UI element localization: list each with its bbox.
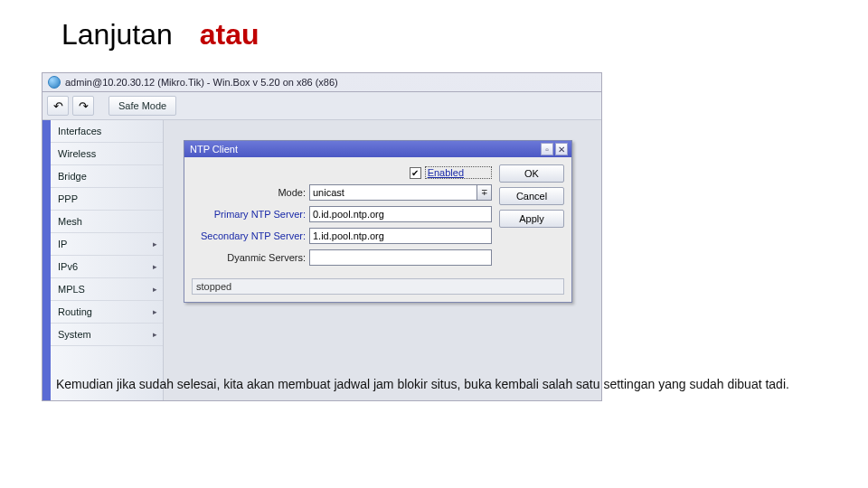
sidebar-item-label: PPP — [58, 193, 78, 204]
sidebar-item-mpls[interactable]: MPLS▸ — [51, 278, 163, 301]
slide-title: Lanjutan — [61, 18, 173, 52]
slide-header: Lanjutan atau — [0, 0, 868, 61]
redo-button[interactable]: ↷ — [72, 96, 94, 116]
undo-button[interactable]: ↶ — [47, 96, 69, 116]
winbox-window: admin@10.20.30.12 (Mikro.Tik) - Win.Box … — [42, 72, 602, 401]
enabled-row: ✔ Enabled — [192, 164, 492, 184]
submenu-icon: ▸ — [153, 307, 157, 316]
toolbar: ↶ ↷ Safe Mode — [42, 92, 601, 120]
sidebar: Interfaces Wireless Bridge PPP Mesh IP▸ … — [42, 120, 164, 400]
sidebar-item-system[interactable]: System▸ — [51, 324, 163, 346]
globe-icon — [48, 76, 61, 89]
submenu-icon: ▸ — [153, 239, 157, 249]
apply-button[interactable]: Apply — [499, 210, 564, 228]
close-icon[interactable]: ✕ — [555, 143, 568, 155]
sidebar-item-label: Bridge — [58, 171, 87, 182]
cancel-button[interactable]: Cancel — [499, 187, 564, 205]
footer-text: Kemudian jika sudah selesai, kita akan m… — [56, 376, 807, 393]
dynamic-servers-input[interactable] — [309, 249, 492, 266]
sidebar-item-label: Routing — [58, 306, 92, 317]
submenu-icon: ▸ — [153, 285, 157, 294]
dialog-title: NTP Client — [190, 144, 238, 155]
sidebar-item-ppp[interactable]: PPP — [51, 188, 163, 211]
sidebar-item-label: System — [58, 329, 91, 340]
submenu-icon: ▸ — [153, 330, 157, 339]
sidebar-item-ip[interactable]: IP▸ — [51, 233, 163, 256]
secondary-ntp-input[interactable] — [309, 228, 492, 244]
content-area: NTP Client ▫ ✕ ✔ Enabled Mode: — [164, 120, 601, 400]
secondary-ntp-label: Secondary NTP Server: — [192, 230, 309, 241]
sidebar-item-label: MPLS — [58, 284, 85, 295]
mode-select[interactable] — [309, 184, 477, 201]
sidebar-item-mesh[interactable]: Mesh — [51, 211, 163, 233]
primary-ntp-label: Primary NTP Server: — [192, 209, 309, 220]
sidebar-item-interfaces[interactable]: Interfaces — [51, 120, 163, 143]
sidebar-item-routing[interactable]: Routing▸ — [51, 301, 163, 324]
window-titlebar[interactable]: admin@10.20.30.12 (Mikro.Tik) - Win.Box … — [42, 73, 601, 92]
minimize-icon[interactable]: ▫ — [541, 143, 553, 155]
ntp-client-dialog: NTP Client ▫ ✕ ✔ Enabled Mode: — [184, 140, 572, 303]
dynamic-servers-label: Dyanmic Servers: — [192, 252, 309, 263]
window-title: admin@10.20.30.12 (Mikro.Tik) - Win.Box … — [65, 77, 338, 88]
sidebar-item-label: IPv6 — [58, 261, 78, 272]
safe-mode-button[interactable]: Safe Mode — [108, 96, 176, 116]
sidebar-item-label: Mesh — [58, 216, 82, 227]
dialog-button-column: OK Cancel Apply — [499, 164, 564, 271]
sidebar-item-label: Interfaces — [58, 126, 101, 136]
mode-label: Mode: — [192, 187, 309, 198]
dialog-titlebar[interactable]: NTP Client ▫ ✕ — [184, 141, 571, 157]
status-bar: stopped — [192, 278, 564, 295]
main-area: Interfaces Wireless Bridge PPP Mesh IP▸ … — [42, 120, 601, 400]
sidebar-item-label: Wireless — [58, 148, 96, 159]
sidebar-accent — [42, 120, 51, 400]
mode-dropdown-icon[interactable]: ∓ — [477, 184, 492, 201]
sidebar-item-bridge[interactable]: Bridge — [51, 165, 163, 188]
ok-button[interactable]: OK — [499, 164, 564, 183]
sidebar-item-wireless[interactable]: Wireless — [51, 143, 163, 165]
sidebar-item-ipv6[interactable]: IPv6▸ — [51, 256, 163, 278]
sidebar-item-label: IP — [58, 239, 67, 249]
enabled-checkbox[interactable]: ✔ — [410, 167, 421, 179]
submenu-icon: ▸ — [153, 262, 157, 271]
enabled-label[interactable]: Enabled — [425, 166, 492, 179]
form-column: ✔ Enabled Mode: ∓ Primary NTP Server: — [192, 164, 492, 271]
primary-ntp-input[interactable] — [309, 206, 492, 222]
slide-or: atau — [200, 18, 259, 52]
